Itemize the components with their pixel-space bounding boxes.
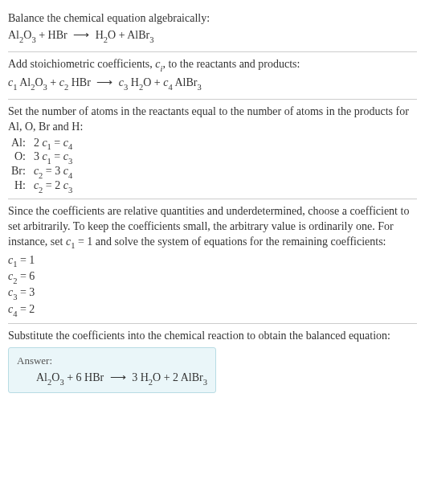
substitute-section: Substitute the coefficients into the che…: [8, 324, 417, 398]
stoichiometric-section: Add stoichiometric coefficients, ci, to …: [8, 52, 417, 99]
species: 3 H: [129, 371, 149, 383]
table-row: H: c2 = 2 c3: [8, 179, 76, 194]
balanced-equation: Al2O3 + 6 HBr ⟶ 3 H2O + 2 AlBr3: [17, 371, 207, 386]
balance-equation: 3 c1 = c3: [31, 150, 76, 165]
value: = 6: [17, 270, 35, 282]
subscript: 3: [203, 378, 207, 387]
subscript: 1: [71, 241, 75, 250]
atom-balance-section: Set the number of atoms in the reactants…: [8, 100, 417, 199]
subscript: 2: [139, 83, 143, 92]
solve-text: Since the coefficients are relative quan…: [8, 204, 417, 252]
species: HBr: [68, 76, 93, 88]
species-albr: O + AlBr: [108, 29, 149, 41]
plus-hbr: + HBr: [36, 29, 71, 41]
coefficient-row: c4 = 2: [8, 302, 417, 318]
subscript: 3: [124, 83, 128, 92]
coefficient-row: c1 = 1: [8, 253, 417, 269]
coefficient-row: c3 = 3: [8, 285, 417, 301]
subscript: 3: [13, 293, 17, 301]
subscript: 3: [68, 157, 72, 166]
subscript: 3: [68, 186, 72, 195]
reaction-arrow: ⟶: [70, 29, 92, 41]
text-fragment: = 1 and solve the system of equations fo…: [75, 236, 386, 248]
stoichiometric-text: Add stoichiometric coefficients, ci, to …: [8, 57, 417, 74]
element-label: O:: [8, 150, 31, 165]
unbalanced-equation: Al2O3 + HBr ⟶ H2O + AlBr3: [8, 28, 417, 45]
subscript: 2: [104, 35, 108, 44]
answer-box: Answer: Al2O3 + 6 HBr ⟶ 3 H2O + 2 AlBr3: [8, 347, 216, 393]
intro-text: Balance the chemical equation algebraica…: [8, 11, 417, 27]
balance-equation: c2 = 2 c3: [31, 179, 76, 194]
subscript: 2: [13, 277, 17, 285]
value: = 3: [17, 286, 35, 298]
subscript: i: [160, 64, 162, 73]
subscript: 4: [68, 171, 72, 180]
subscript: 2: [47, 378, 51, 387]
atom-balance-text: Set the number of atoms in the reactants…: [8, 104, 417, 135]
subscript: 3: [43, 83, 47, 92]
species-o: O: [23, 29, 31, 41]
reaction-arrow: ⟶: [93, 76, 116, 88]
species-al: Al: [8, 29, 19, 41]
species: Al: [17, 76, 31, 88]
subscript: 2: [31, 83, 35, 92]
num: 2: [34, 137, 43, 149]
subscript: 3: [197, 83, 201, 92]
subscript: 2: [19, 35, 23, 44]
coefficient-row: c2 = 6: [8, 269, 417, 285]
subscript: 3: [59, 378, 63, 387]
coeff-var: c: [42, 137, 47, 149]
text-fragment: , to the reactants and products:: [162, 58, 300, 70]
subscript: 2: [64, 83, 68, 92]
subscript: 1: [13, 83, 17, 92]
table-row: Al: 2 c1 = c4: [8, 137, 76, 151]
value: = 1: [17, 254, 35, 266]
coeff-var: c: [42, 150, 47, 162]
table-row: Br: c2 = 3 c4: [8, 165, 76, 179]
solve-section: Since the coefficients are relative quan…: [8, 199, 417, 324]
species: O: [35, 76, 43, 88]
subscript: 1: [13, 260, 17, 268]
subscript: 4: [13, 309, 17, 318]
subscript: 3: [149, 35, 153, 44]
element-label: Br:: [8, 165, 31, 179]
subscript: 4: [68, 142, 72, 151]
species: Al: [36, 371, 47, 383]
table-row: O: 3 c1 = c3: [8, 150, 76, 165]
species: H: [128, 76, 139, 88]
plus: +: [47, 76, 59, 88]
value: = 2: [17, 303, 35, 315]
atom-balance-table: Al: 2 c1 = c4 O: 3 c1 = c3 Br: c2 = 3 c4…: [8, 137, 76, 194]
intro-section: Balance the chemical equation algebraica…: [8, 6, 417, 51]
subscript: 2: [39, 171, 43, 180]
balance-equation: c2 = 3 c4: [31, 165, 76, 179]
subscript: 2: [39, 186, 43, 195]
subscript: 4: [168, 83, 172, 92]
subscript: 2: [149, 378, 153, 387]
stoichiometric-equation: c1 Al2O3 + c2 HBr ⟶ c3 H2O + c4 AlBr3: [8, 76, 417, 92]
species: O + 2 AlBr: [153, 371, 203, 383]
num: 3: [34, 150, 43, 162]
plus-hbr: + 6 HBr: [64, 371, 107, 383]
equals: = 2: [43, 179, 63, 191]
species-h: H: [92, 29, 104, 41]
species: O: [51, 371, 59, 383]
equals: =: [51, 137, 63, 149]
substitute-text: Substitute the coefficients into the che…: [8, 329, 417, 344]
coefficient-list: c1 = 1 c2 = 6 c3 = 3 c4 = 2: [8, 253, 417, 319]
element-label: Al:: [8, 137, 31, 151]
answer-label: Answer:: [17, 354, 207, 367]
reaction-arrow: ⟶: [107, 371, 129, 383]
subscript: 1: [47, 157, 51, 166]
species: AlBr: [173, 76, 198, 88]
text-fragment: Add stoichiometric coefficients,: [8, 58, 155, 70]
equals: =: [51, 150, 63, 162]
element-label: H:: [8, 179, 31, 194]
subscript: 3: [31, 35, 35, 44]
equals: = 3: [43, 165, 63, 177]
balance-equation: 2 c1 = c4: [31, 137, 76, 151]
subscript: 1: [47, 142, 51, 151]
species: O +: [143, 76, 163, 88]
